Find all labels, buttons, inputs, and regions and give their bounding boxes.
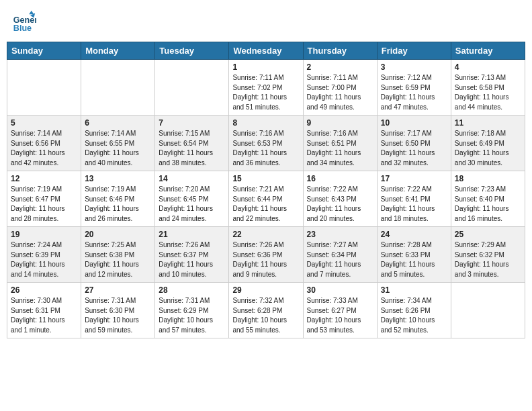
day-number: 5 bbox=[11, 118, 77, 128]
day-info: Sunrise: 7:18 AMSunset: 6:49 PMDaylight:… bbox=[455, 129, 521, 168]
calendar-cell: 27Sunrise: 7:31 AMSunset: 6:30 PMDayligh… bbox=[81, 283, 155, 338]
day-number: 20 bbox=[85, 230, 151, 239]
day-number: 31 bbox=[381, 285, 447, 295]
calendar-cell: 4Sunrise: 7:13 AMSunset: 6:58 PMDaylight… bbox=[451, 60, 525, 116]
day-number: 14 bbox=[159, 174, 225, 183]
day-info: Sunrise: 7:20 AMSunset: 6:45 PMDaylight:… bbox=[159, 185, 225, 224]
day-info: Sunrise: 7:29 AMSunset: 6:32 PMDaylight:… bbox=[455, 240, 521, 279]
day-info: Sunrise: 7:24 AMSunset: 6:39 PMDaylight:… bbox=[11, 240, 77, 279]
day-info: Sunrise: 7:15 AMSunset: 6:54 PMDaylight:… bbox=[159, 129, 225, 168]
calendar-week-2: 5Sunrise: 7:14 AMSunset: 6:56 PMDaylight… bbox=[7, 116, 525, 171]
day-number: 26 bbox=[11, 285, 77, 295]
svg-text:Blue: Blue bbox=[13, 24, 32, 33]
day-number: 28 bbox=[159, 285, 225, 295]
day-header-sunday: Sunday bbox=[7, 42, 81, 60]
day-info: Sunrise: 7:22 AMSunset: 6:43 PMDaylight:… bbox=[307, 185, 373, 224]
day-info: Sunrise: 7:21 AMSunset: 6:44 PMDaylight:… bbox=[232, 185, 299, 224]
day-info: Sunrise: 7:33 AMSunset: 6:27 PMDaylight:… bbox=[307, 296, 373, 335]
calendar-cell: 11Sunrise: 7:18 AMSunset: 6:49 PMDayligh… bbox=[451, 116, 525, 171]
calendar-cell: 30Sunrise: 7:33 AMSunset: 6:27 PMDayligh… bbox=[303, 283, 377, 338]
day-header-monday: Monday bbox=[81, 42, 155, 60]
calendar-cell: 2Sunrise: 7:11 AMSunset: 7:00 PMDaylight… bbox=[303, 60, 377, 116]
day-info: Sunrise: 7:27 AMSunset: 6:34 PMDaylight:… bbox=[307, 240, 373, 279]
day-number: 11 bbox=[455, 118, 521, 128]
day-number: 18 bbox=[455, 174, 521, 183]
page-header: General Blue bbox=[7, 7, 525, 36]
calendar-cell: 17Sunrise: 7:22 AMSunset: 6:41 PMDayligh… bbox=[377, 171, 451, 227]
calendar-cell: 1Sunrise: 7:11 AMSunset: 7:02 PMDaylight… bbox=[229, 60, 303, 116]
day-info: Sunrise: 7:26 AMSunset: 6:36 PMDaylight:… bbox=[232, 240, 299, 279]
calendar-cell: 7Sunrise: 7:15 AMSunset: 6:54 PMDaylight… bbox=[155, 116, 229, 171]
calendar-cell: 24Sunrise: 7:28 AMSunset: 6:33 PMDayligh… bbox=[377, 227, 451, 283]
day-number: 24 bbox=[381, 230, 447, 239]
calendar-cell: 5Sunrise: 7:14 AMSunset: 6:56 PMDaylight… bbox=[7, 116, 81, 171]
calendar-cell: 25Sunrise: 7:29 AMSunset: 6:32 PMDayligh… bbox=[451, 227, 525, 283]
day-info: Sunrise: 7:14 AMSunset: 6:56 PMDaylight:… bbox=[11, 129, 77, 168]
day-info: Sunrise: 7:34 AMSunset: 6:26 PMDaylight:… bbox=[381, 296, 447, 335]
calendar-cell: 22Sunrise: 7:26 AMSunset: 6:36 PMDayligh… bbox=[229, 227, 303, 283]
day-number: 7 bbox=[159, 118, 225, 128]
day-info: Sunrise: 7:11 AMSunset: 7:02 PMDaylight:… bbox=[232, 73, 299, 112]
day-number: 23 bbox=[307, 230, 373, 239]
calendar-week-5: 26Sunrise: 7:30 AMSunset: 6:31 PMDayligh… bbox=[7, 283, 525, 338]
day-info: Sunrise: 7:28 AMSunset: 6:33 PMDaylight:… bbox=[381, 240, 447, 279]
day-info: Sunrise: 7:16 AMSunset: 6:51 PMDaylight:… bbox=[307, 129, 373, 168]
calendar-cell bbox=[81, 60, 155, 116]
day-number: 30 bbox=[307, 285, 373, 295]
day-info: Sunrise: 7:25 AMSunset: 6:38 PMDaylight:… bbox=[85, 240, 151, 279]
day-info: Sunrise: 7:16 AMSunset: 6:53 PMDaylight:… bbox=[232, 129, 299, 168]
day-info: Sunrise: 7:14 AMSunset: 6:55 PMDaylight:… bbox=[85, 129, 151, 168]
day-info: Sunrise: 7:11 AMSunset: 7:00 PMDaylight:… bbox=[307, 73, 373, 112]
calendar-cell: 8Sunrise: 7:16 AMSunset: 6:53 PMDaylight… bbox=[229, 116, 303, 171]
day-number: 9 bbox=[307, 118, 373, 128]
day-number: 10 bbox=[381, 118, 447, 128]
day-number: 29 bbox=[232, 285, 299, 295]
calendar-table: SundayMondayTuesdayWednesdayThursdayFrid… bbox=[7, 42, 525, 338]
calendar-cell: 20Sunrise: 7:25 AMSunset: 6:38 PMDayligh… bbox=[81, 227, 155, 283]
day-info: Sunrise: 7:13 AMSunset: 6:58 PMDaylight:… bbox=[455, 73, 521, 112]
calendar-cell: 3Sunrise: 7:12 AMSunset: 6:59 PMDaylight… bbox=[377, 60, 451, 116]
calendar-cell: 23Sunrise: 7:27 AMSunset: 6:34 PMDayligh… bbox=[303, 227, 377, 283]
calendar-week-1: 1Sunrise: 7:11 AMSunset: 7:02 PMDaylight… bbox=[7, 60, 525, 116]
day-number: 16 bbox=[307, 174, 373, 183]
day-header-friday: Friday bbox=[377, 42, 451, 60]
day-number: 6 bbox=[85, 118, 151, 128]
calendar-cell: 13Sunrise: 7:19 AMSunset: 6:46 PMDayligh… bbox=[81, 171, 155, 227]
day-number: 17 bbox=[381, 174, 447, 183]
calendar-cell: 28Sunrise: 7:31 AMSunset: 6:29 PMDayligh… bbox=[155, 283, 229, 338]
calendar-cell: 6Sunrise: 7:14 AMSunset: 6:55 PMDaylight… bbox=[81, 116, 155, 171]
day-number: 4 bbox=[455, 62, 521, 72]
calendar-cell: 14Sunrise: 7:20 AMSunset: 6:45 PMDayligh… bbox=[155, 171, 229, 227]
day-number: 21 bbox=[159, 230, 225, 239]
calendar-cell: 15Sunrise: 7:21 AMSunset: 6:44 PMDayligh… bbox=[229, 171, 303, 227]
calendar-cell: 10Sunrise: 7:17 AMSunset: 6:50 PMDayligh… bbox=[377, 116, 451, 171]
calendar-cell: 21Sunrise: 7:26 AMSunset: 6:37 PMDayligh… bbox=[155, 227, 229, 283]
logo: General Blue bbox=[12, 9, 39, 34]
calendar-cell bbox=[7, 60, 81, 116]
day-info: Sunrise: 7:19 AMSunset: 6:47 PMDaylight:… bbox=[11, 185, 77, 224]
day-header-wednesday: Wednesday bbox=[229, 42, 303, 60]
day-header-saturday: Saturday bbox=[451, 42, 525, 60]
day-info: Sunrise: 7:23 AMSunset: 6:40 PMDaylight:… bbox=[455, 185, 521, 224]
day-info: Sunrise: 7:32 AMSunset: 6:28 PMDaylight:… bbox=[232, 296, 299, 335]
day-info: Sunrise: 7:12 AMSunset: 6:59 PMDaylight:… bbox=[381, 73, 447, 112]
calendar-cell: 9Sunrise: 7:16 AMSunset: 6:51 PMDaylight… bbox=[303, 116, 377, 171]
day-number: 27 bbox=[85, 285, 151, 295]
calendar-cell: 18Sunrise: 7:23 AMSunset: 6:40 PMDayligh… bbox=[451, 171, 525, 227]
day-info: Sunrise: 7:22 AMSunset: 6:41 PMDaylight:… bbox=[381, 185, 447, 224]
day-number: 3 bbox=[381, 62, 447, 72]
calendar-cell: 31Sunrise: 7:34 AMSunset: 6:26 PMDayligh… bbox=[377, 283, 451, 338]
calendar-cell bbox=[451, 283, 525, 338]
calendar-week-4: 19Sunrise: 7:24 AMSunset: 6:39 PMDayligh… bbox=[7, 227, 525, 283]
day-number: 22 bbox=[232, 230, 299, 239]
day-number: 8 bbox=[232, 118, 299, 128]
logo-icon: General Blue bbox=[12, 9, 36, 34]
day-header-thursday: Thursday bbox=[303, 42, 377, 60]
calendar-header-row: SundayMondayTuesdayWednesdayThursdayFrid… bbox=[7, 42, 525, 60]
day-info: Sunrise: 7:30 AMSunset: 6:31 PMDaylight:… bbox=[11, 296, 77, 335]
day-number: 12 bbox=[11, 174, 77, 183]
day-info: Sunrise: 7:26 AMSunset: 6:37 PMDaylight:… bbox=[159, 240, 225, 279]
day-info: Sunrise: 7:31 AMSunset: 6:30 PMDaylight:… bbox=[85, 296, 151, 335]
day-number: 13 bbox=[85, 174, 151, 183]
day-header-tuesday: Tuesday bbox=[155, 42, 229, 60]
